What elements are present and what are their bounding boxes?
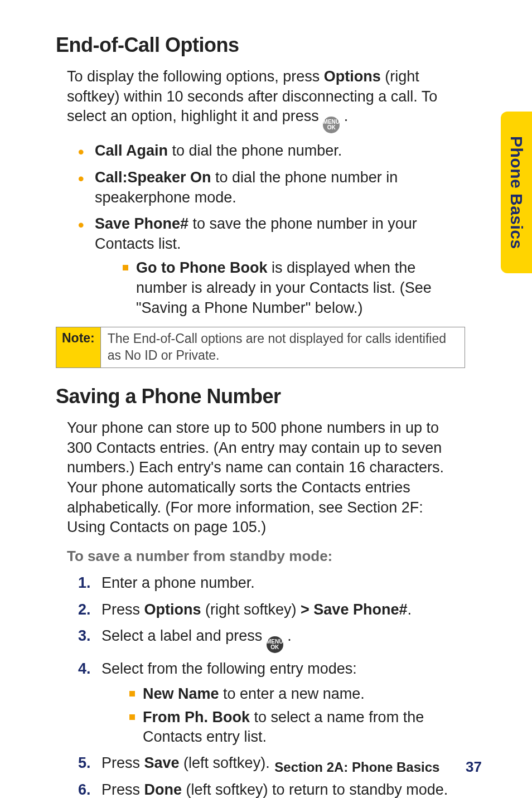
sub-bullet-bold: New Name (143, 685, 219, 702)
bullet-bold: Call:Speaker On (95, 169, 211, 186)
bullet-bold: Save Phone# (95, 215, 188, 232)
note-label: Note: (56, 327, 101, 367)
sub-bullet-list: Go to Phone Book is displayed when the n… (95, 258, 465, 318)
text: (left softkey) to return to standby mode… (182, 781, 448, 798)
text: Select from the following entry modes: (101, 660, 357, 677)
bullet-item: Call Again to dial the phone number. (78, 141, 465, 161)
side-tab-label: Phone Basics (507, 136, 526, 249)
text: Select a label and press (101, 627, 267, 644)
save-label: Save (144, 755, 180, 771)
text: Press (101, 755, 144, 771)
text: (left softkey). (180, 755, 270, 771)
text: (right softkey) (201, 601, 301, 618)
sub-bullet-rest: to enter a new name. (219, 685, 365, 702)
sub-bullet-bold: From Ph. Book (143, 709, 250, 726)
options-label: Options (324, 68, 381, 85)
sub-bullet-bold: Go to Phone Book (136, 259, 268, 276)
footer-section: Section 2A: Phone Basics (274, 760, 439, 775)
text: Press (101, 601, 144, 618)
step-item: Press Options (right softkey) > Save Pho… (78, 599, 465, 621)
sub-bullet-item: Go to Phone Book is displayed when the n… (123, 258, 465, 318)
note-text: The End-of-Call options are not displaye… (101, 327, 465, 367)
heading-end-of-call: End-of-Call Options (56, 33, 482, 57)
options-label: Options (144, 601, 201, 618)
text: . (407, 601, 412, 618)
intro-paragraph-2: Your phone can store up to 500 phone num… (56, 418, 482, 538)
bullet-rest: to dial the phone number. (168, 142, 342, 159)
step-item: Press Done (left softkey) to return to s… (78, 780, 465, 798)
text: Press (101, 781, 144, 798)
step-item: Select a label and press MENU OK . (78, 626, 465, 653)
subheading-save-number: To save a number from standby mode: (67, 548, 482, 565)
note-box: Note: The End-of-Call options are not di… (56, 327, 465, 368)
heading-saving-phone-number: Saving a Phone Number (56, 385, 482, 408)
footer-page-number: 37 (466, 758, 482, 775)
text: . (283, 627, 292, 644)
done-label: Done (144, 781, 182, 798)
bullet-item: Call:Speaker On to dial the phone number… (78, 168, 465, 207)
side-tab: Phone Basics (501, 112, 532, 273)
step-item: Enter a phone number. (78, 573, 465, 594)
bullet-list-1: Call Again to dial the phone number. Cal… (56, 141, 482, 318)
sub-bullet-item: From Ph. Book to select a name from the … (129, 708, 465, 747)
intro-paragraph-1: To display the following options, press … (56, 67, 482, 133)
page-footer: Section 2A: Phone Basics 37 (274, 758, 482, 776)
menu-ok-icon: MENU OK (323, 117, 340, 133)
sub-bullet-item: New Name to enter a new name. (129, 684, 465, 704)
save-phone-label: > Save Phone# (301, 601, 407, 618)
menu-ok-icon: MENU OK (267, 636, 283, 653)
step-item: Select from the following entry modes: N… (78, 659, 465, 747)
sub-bullet-list: New Name to enter a new name. From Ph. B… (101, 684, 465, 747)
text: . (340, 108, 348, 124)
bullet-item: Save Phone# to save the phone number in … (78, 214, 465, 318)
text: To display the following options, press (67, 68, 324, 85)
bullet-bold: Call Again (95, 142, 168, 159)
